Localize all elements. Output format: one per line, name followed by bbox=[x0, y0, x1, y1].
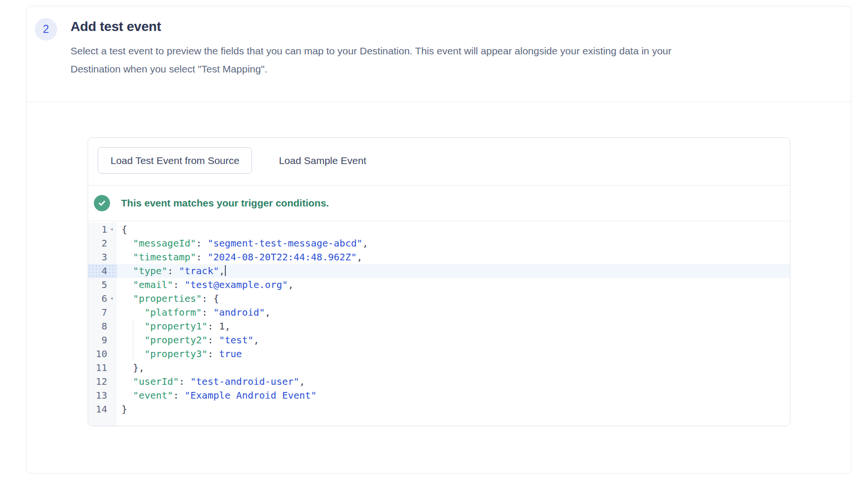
code-line[interactable]: 10 "property3": true bbox=[88, 347, 790, 361]
gutter-cell: 13 bbox=[88, 389, 117, 402]
code-content[interactable]: "userId": "test-android-user", bbox=[117, 375, 790, 389]
code-line[interactable]: 7 "platform": "android", bbox=[88, 306, 790, 319]
code-line[interactable]: 4 "type": "track", bbox=[88, 264, 790, 278]
code-line[interactable]: 14} bbox=[88, 402, 790, 416]
code-content[interactable]: "type": "track", bbox=[117, 264, 790, 278]
gutter-cell: 11 bbox=[88, 361, 117, 375]
card-header: 2 Add test event Select a test event to … bbox=[27, 6, 851, 102]
test-event-panel: Load Test Event from Source Load Sample … bbox=[88, 137, 790, 426]
line-number: 14 bbox=[96, 402, 107, 416]
code-content[interactable]: "properties": { bbox=[117, 292, 790, 306]
code-content[interactable]: "email": "test@example.org", bbox=[117, 278, 790, 292]
add-test-event-card: 2 Add test event Select a test event to … bbox=[26, 6, 851, 473]
gutter-cell: 7 bbox=[88, 306, 117, 319]
code-line[interactable]: 13 "event": "Example Android Event" bbox=[88, 389, 790, 402]
gutter-cell: 10 bbox=[88, 347, 117, 361]
header-text: Add test event Select a test event to pr… bbox=[71, 19, 714, 78]
page-description: Select a test event to preview the field… bbox=[71, 42, 714, 78]
code-line[interactable]: 6▾ "properties": { bbox=[88, 292, 790, 306]
code-editor[interactable]: 1▾{2 "messageId": "segment-test-message-… bbox=[88, 221, 790, 426]
gutter-cell: 14 bbox=[88, 402, 117, 416]
line-number: 3 bbox=[101, 250, 107, 264]
code-content[interactable]: "messageId": "segment-test-message-abcd"… bbox=[117, 237, 790, 250]
code-line[interactable]: 5 "email": "test@example.org", bbox=[88, 278, 790, 292]
code-content[interactable]: "platform": "android", bbox=[117, 306, 790, 319]
code-content[interactable]: "property3": true bbox=[117, 347, 790, 361]
code-line[interactable]: 9 "property2": "test", bbox=[88, 333, 790, 347]
gutter-cell bbox=[88, 416, 117, 426]
gutter-cell: 1▾ bbox=[88, 223, 117, 237]
step-number: 2 bbox=[43, 23, 49, 36]
line-number: 9 bbox=[101, 333, 107, 347]
fold-toggle-icon[interactable]: ▾ bbox=[107, 223, 117, 237]
line-number: 11 bbox=[96, 361, 107, 375]
gutter-cell: 9 bbox=[88, 333, 117, 347]
line-number: 7 bbox=[101, 306, 107, 319]
code-line[interactable]: 12 "userId": "test-android-user", bbox=[88, 375, 790, 389]
code-content[interactable]: "timestamp": "2024-08-20T22:44:48.962Z", bbox=[117, 250, 790, 264]
gutter-cell: 3 bbox=[88, 250, 117, 264]
line-number: 10 bbox=[96, 347, 107, 361]
page-title: Add test event bbox=[71, 19, 714, 35]
gutter-cell: 4 bbox=[88, 264, 117, 278]
code-content[interactable]: "property1": 1, bbox=[117, 319, 790, 333]
line-number: 5 bbox=[101, 278, 107, 292]
code-content[interactable]: "property2": "test", bbox=[117, 333, 790, 347]
line-number: 1 bbox=[101, 223, 107, 237]
text-cursor bbox=[225, 265, 226, 276]
line-number: 8 bbox=[101, 319, 107, 333]
event-source-toolbar: Load Test Event from Source Load Sample … bbox=[88, 138, 790, 185]
code-line[interactable]: 8 "property1": 1, bbox=[88, 319, 790, 333]
editor-bottom-padding bbox=[88, 416, 790, 426]
gutter-cell: 12 bbox=[88, 375, 117, 389]
code-line[interactable]: 11 }, bbox=[88, 361, 790, 375]
code-content[interactable]: { bbox=[117, 223, 790, 237]
load-sample-event-button[interactable]: Load Sample Event bbox=[269, 147, 375, 174]
code-line[interactable]: 1▾{ bbox=[88, 223, 790, 237]
code-line[interactable]: 2 "messageId": "segment-test-message-abc… bbox=[88, 237, 790, 250]
card-body: Load Test Event from Source Load Sample … bbox=[27, 102, 851, 426]
gutter-cell: 5 bbox=[88, 278, 117, 292]
code-line[interactable]: 3 "timestamp": "2024-08-20T22:44:48.962Z… bbox=[88, 250, 790, 264]
trigger-match-status: This event matches your trigger conditio… bbox=[88, 185, 790, 221]
code-content[interactable]: }, bbox=[117, 361, 790, 375]
status-message: This event matches your trigger conditio… bbox=[121, 197, 329, 209]
code-content[interactable]: } bbox=[117, 402, 790, 416]
gutter-cell: 2 bbox=[88, 237, 117, 250]
gutter-cell: 6▾ bbox=[88, 292, 117, 306]
load-test-event-button[interactable]: Load Test Event from Source bbox=[98, 147, 252, 174]
gutter-cell: 8 bbox=[88, 319, 117, 333]
code-content bbox=[117, 416, 790, 426]
fold-toggle-icon[interactable]: ▾ bbox=[107, 292, 117, 306]
line-number: 2 bbox=[101, 237, 107, 250]
line-number: 6 bbox=[101, 292, 107, 306]
code-content[interactable]: "event": "Example Android Event" bbox=[117, 389, 790, 402]
step-number-badge: 2 bbox=[35, 18, 57, 41]
line-number: 12 bbox=[96, 375, 107, 389]
line-number: 13 bbox=[96, 389, 107, 402]
line-number: 4 bbox=[101, 264, 107, 278]
check-circle-icon bbox=[94, 195, 110, 211]
